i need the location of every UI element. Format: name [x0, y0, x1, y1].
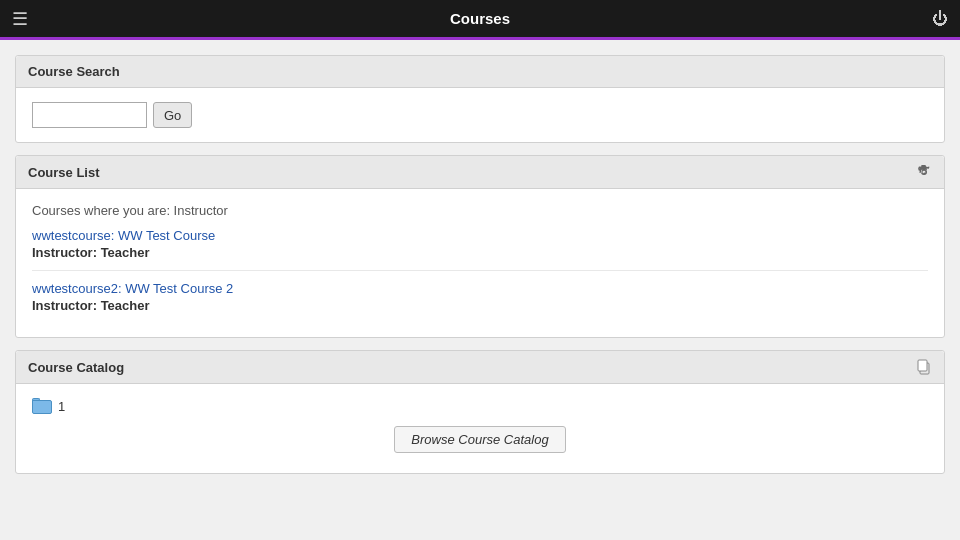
course-list-body: Courses where you are: Instructor wwtest…	[16, 189, 944, 337]
main-content: Course Search Go Course List Courses whe…	[0, 40, 960, 501]
course-catalog-body: 1 Browse Course Catalog	[16, 384, 944, 473]
instructor-name-1: Teacher	[101, 245, 150, 260]
search-row: Go	[32, 102, 928, 128]
top-navigation: ☰ Courses ⏻	[0, 0, 960, 40]
folder-icon	[32, 398, 52, 414]
list-item: wwtestcourse: WW Test Course Instructor:…	[32, 228, 928, 271]
course-instructor-2: Instructor: Teacher	[32, 298, 928, 313]
course-link-2[interactable]: wwtestcourse2: WW Test Course 2	[32, 281, 233, 296]
search-input[interactable]	[32, 102, 147, 128]
course-list-panel: Course List Courses where you are: Instr…	[15, 155, 945, 338]
course-instructor-1: Instructor: Teacher	[32, 245, 928, 260]
course-search-title: Course Search	[28, 64, 120, 79]
browse-course-catalog-button[interactable]: Browse Course Catalog	[394, 426, 565, 453]
list-item: wwtestcourse2: WW Test Course 2 Instruct…	[32, 281, 928, 323]
courses-where-label: Courses where you are: Instructor	[32, 203, 928, 218]
instructor-label-2: Instructor:	[32, 298, 97, 313]
go-button[interactable]: Go	[153, 102, 192, 128]
instructor-label-1: Instructor:	[32, 245, 97, 260]
course-search-body: Go	[16, 88, 944, 142]
hamburger-icon[interactable]: ☰	[12, 8, 28, 30]
course-catalog-title: Course Catalog	[28, 360, 124, 375]
course-catalog-panel: Course Catalog 1 Browse Course Catalog	[15, 350, 945, 474]
course-search-panel: Course Search Go	[15, 55, 945, 143]
course-catalog-header: Course Catalog	[16, 351, 944, 384]
page-title: Courses	[450, 10, 510, 27]
course-link-1[interactable]: wwtestcourse: WW Test Course	[32, 228, 215, 243]
svg-rect-1	[918, 360, 927, 371]
course-search-header: Course Search	[16, 56, 944, 88]
course-list-title: Course List	[28, 165, 100, 180]
catalog-folder-item: 1	[32, 398, 928, 414]
catalog-number: 1	[58, 399, 65, 414]
gear-icon[interactable]	[916, 164, 932, 180]
instructor-name-2: Teacher	[101, 298, 150, 313]
power-icon[interactable]: ⏻	[932, 10, 948, 28]
copy-icon[interactable]	[916, 359, 932, 375]
course-list-header: Course List	[16, 156, 944, 189]
